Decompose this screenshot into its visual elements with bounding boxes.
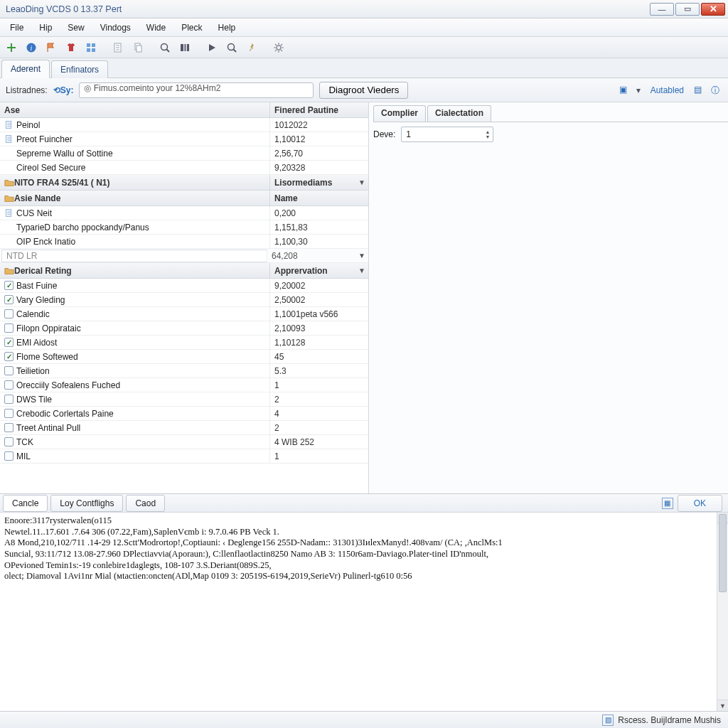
table-row[interactable]: Bast Fuine9,20002 bbox=[0, 279, 368, 293]
deve-input[interactable]: 1 ▲▼ bbox=[401, 127, 493, 142]
checkbox[interactable] bbox=[4, 352, 14, 361]
row-value: 1012022 bbox=[270, 120, 368, 130]
bottom-tabbar: Cancle Loy Contflighs Caod ▦ OK bbox=[0, 493, 728, 512]
addr-label: Listradnes: bbox=[6, 85, 48, 95]
section-derical-header[interactable]: Derical Reting Apprervation▼ bbox=[0, 263, 368, 279]
tab-aderent[interactable]: Aderent bbox=[1, 60, 50, 78]
scroll-down-icon[interactable]: ▼ bbox=[717, 700, 728, 711]
shirt-icon[interactable] bbox=[63, 39, 80, 56]
address-input[interactable]: ◎ Fimus.comeinto your 12%8AHm2 bbox=[79, 82, 314, 98]
row-value: 1,151,83 bbox=[270, 223, 368, 232]
svg-rect-15 bbox=[184, 44, 186, 51]
tab-cialectation[interactable]: Cialectation bbox=[427, 105, 491, 122]
table-row[interactable]: Peinol1012022 bbox=[0, 118, 368, 132]
row-value: 2 bbox=[270, 395, 368, 405]
checkbox[interactable] bbox=[4, 380, 14, 390]
maximize-button[interactable]: ▭ bbox=[675, 3, 700, 16]
table-row[interactable]: Teilietion5.3 bbox=[0, 364, 368, 378]
row-label: Bast Fuine bbox=[16, 281, 57, 291]
add-icon[interactable] bbox=[3, 39, 20, 56]
box-icon[interactable]: ▦ bbox=[662, 498, 673, 509]
svg-text:i: i bbox=[31, 44, 33, 52]
settings-icon[interactable] bbox=[270, 39, 287, 56]
checkbox[interactable] bbox=[4, 281, 14, 290]
checkbox[interactable] bbox=[4, 295, 14, 304]
table-row[interactable]: Preot Fuincher1,10012 bbox=[0, 132, 368, 146]
table-row[interactable]: Orecciily Sofealens Fuched1 bbox=[0, 378, 368, 392]
ok-button[interactable]: OK bbox=[678, 495, 722, 512]
row-ntdlr[interactable]: NTD LR 64,208▼ bbox=[0, 249, 368, 263]
menu-help[interactable]: Help bbox=[211, 20, 243, 36]
section-nito-header[interactable]: NITO FRA4 S25/41 ( N1) Lisormediams▼ bbox=[0, 175, 368, 191]
doc-icon[interactable] bbox=[109, 39, 127, 56]
autabled-link[interactable]: Autabled bbox=[646, 85, 688, 95]
row-label: EMI Aidost bbox=[16, 338, 57, 348]
table-row[interactable]: Cireol Sed Secure9,20328 bbox=[0, 161, 368, 175]
checkbox[interactable] bbox=[4, 338, 14, 347]
table-row[interactable]: Flome Softewed45 bbox=[0, 350, 368, 364]
spinner-icon[interactable]: ▲▼ bbox=[485, 130, 490, 139]
table-row[interactable]: Sepreme Wallu of Sottine2,56,70 bbox=[0, 146, 368, 161]
row-label: OIP Enck Inatio bbox=[16, 237, 75, 247]
page-icon[interactable]: ▤ bbox=[694, 85, 705, 96]
menu-sew[interactable]: Sew bbox=[60, 20, 91, 36]
chevron-down-icon[interactable]: ▼ bbox=[358, 252, 365, 259]
scroll-thumb[interactable] bbox=[719, 514, 727, 592]
table-row[interactable]: MIL1 bbox=[0, 449, 368, 464]
sync-icon[interactable]: ⟲Sy: bbox=[53, 85, 74, 95]
checkbox[interactable] bbox=[4, 437, 14, 446]
status-icon: ▧ bbox=[602, 714, 614, 726]
table-row[interactable]: CUS Neit0,200 bbox=[0, 206, 368, 220]
tab-caod[interactable]: Caod bbox=[126, 495, 165, 512]
scrollbar[interactable]: ▲ ▼ bbox=[717, 513, 728, 711]
checkbox[interactable] bbox=[4, 451, 14, 461]
pin-icon[interactable] bbox=[243, 39, 260, 56]
property-grid: Ase Finered Pautine Peinol1012022Preot F… bbox=[0, 102, 369, 493]
table-row[interactable]: OIP Enck Inatio1,100,30 bbox=[0, 235, 368, 249]
zoom-icon[interactable] bbox=[156, 39, 173, 56]
checkbox[interactable] bbox=[4, 423, 14, 432]
tab-enfinators[interactable]: Enfinators bbox=[51, 60, 108, 78]
checkbox[interactable] bbox=[4, 323, 14, 333]
checkbox[interactable] bbox=[4, 409, 14, 418]
run-icon[interactable] bbox=[203, 39, 220, 56]
checkbox[interactable] bbox=[4, 366, 14, 375]
row-label: Vary Gleding bbox=[16, 295, 65, 305]
help-icon[interactable]: ⓘ bbox=[711, 85, 722, 96]
chevron-down-icon[interactable]: ▼ bbox=[358, 267, 365, 274]
flag-icon[interactable] bbox=[43, 39, 60, 56]
box-icon[interactable]: ▣ bbox=[619, 85, 631, 96]
table-row[interactable]: EMI Aidost1,10128 bbox=[0, 336, 368, 350]
row-value: 1 bbox=[270, 380, 368, 390]
zoom2-icon[interactable] bbox=[223, 39, 240, 56]
tab-complier[interactable]: Complier bbox=[373, 105, 426, 122]
info-icon[interactable]: i bbox=[23, 39, 40, 56]
row-value: 2,10093 bbox=[270, 323, 368, 333]
row-label: Peinol bbox=[16, 120, 40, 130]
columns-icon[interactable] bbox=[176, 39, 193, 56]
chevron-down-icon[interactable]: ▼ bbox=[358, 178, 365, 186]
checkbox[interactable] bbox=[4, 395, 14, 404]
menu-vindogs[interactable]: Vindogs bbox=[93, 20, 138, 36]
close-button[interactable]: ✕ bbox=[701, 3, 725, 16]
table-row[interactable]: TCK4 WIB 252 bbox=[0, 435, 368, 449]
table-row[interactable]: Crebodic Corlertals Paine4 bbox=[0, 407, 368, 421]
tab-loyconflighs[interactable]: Loy Contflighs bbox=[50, 495, 123, 512]
copy-icon[interactable] bbox=[129, 39, 146, 56]
table-row[interactable]: Treet Antinal Pull2 bbox=[0, 421, 368, 435]
table-row[interactable]: TyparieD barcho ppockandy/Panus1,151,83 bbox=[0, 220, 368, 235]
menu-file[interactable]: File bbox=[3, 20, 31, 36]
table-row[interactable]: Vary Gleding2,50002 bbox=[0, 293, 368, 307]
tab-cancle[interactable]: Cancle bbox=[3, 495, 48, 512]
table-row[interactable]: Calendic1,1001peta v566 bbox=[0, 307, 368, 321]
row-label: Orecciily Sofealens Fuched bbox=[16, 380, 120, 390]
table-row[interactable]: Filopn Oppirataic2,10093 bbox=[0, 321, 368, 336]
menu-pleck[interactable]: Pleck bbox=[174, 20, 209, 36]
minimize-button[interactable]: — bbox=[650, 3, 674, 16]
menu-wide[interactable]: Wide bbox=[139, 20, 173, 36]
table-row[interactable]: DWS Tile2 bbox=[0, 392, 368, 407]
menu-hip[interactable]: Hip bbox=[32, 20, 59, 36]
diag-button[interactable]: Diagroot Vieders bbox=[319, 82, 408, 99]
checkbox[interactable] bbox=[4, 309, 14, 318]
grid-icon[interactable] bbox=[82, 39, 100, 56]
